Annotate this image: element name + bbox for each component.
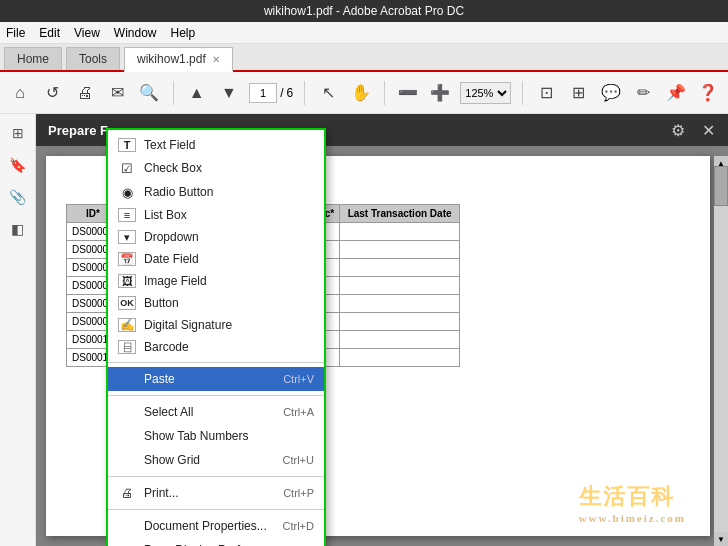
sep2: [304, 81, 305, 105]
dropdown-label: Dropdown: [144, 230, 314, 244]
tab-close-icon[interactable]: ✕: [212, 54, 220, 65]
menu-item-barcode[interactable]: ⌸ Barcode: [108, 336, 324, 358]
menu-item-print[interactable]: 🖨 Print... Ctrl+P: [108, 481, 324, 505]
zoom-in-btn[interactable]: ➕: [428, 79, 452, 107]
left-panel: ⊞ 🔖 📎 ◧: [0, 114, 36, 546]
menu-window[interactable]: Window: [114, 26, 157, 40]
prep-close-btn[interactable]: ✕: [696, 118, 720, 142]
text-field-label: Text Field: [144, 138, 314, 152]
title-bar-text: wikihow1.pdf - Adobe Acrobat Pro DC: [8, 4, 720, 18]
menu-item-page-display[interactable]: Page Display Preferences: [108, 538, 324, 546]
context-menu: T Text Field ☑ Check Box ◉ Radio Button …: [106, 128, 326, 546]
main-area: ⊞ 🔖 📎 ◧ Prepare Form ⚙ ✕ ID* ID Client I…: [0, 114, 728, 546]
doc-area: Prepare Form ⚙ ✕ ID* ID Client ID: [36, 114, 728, 546]
menu-section-print: 🖨 Print... Ctrl+P: [108, 477, 324, 510]
text-field-icon: T: [118, 138, 136, 152]
menu-edit[interactable]: Edit: [39, 26, 60, 40]
menu-item-show-tab-numbers[interactable]: Show Tab Numbers: [108, 424, 324, 448]
dropdown-icon: ▾: [118, 230, 136, 244]
show-grid-icon: [118, 452, 136, 468]
cursor-btn[interactable]: ↖: [316, 79, 340, 107]
check-box-icon: ☑: [118, 160, 136, 176]
prev-page-btn[interactable]: ▲: [185, 79, 209, 107]
scroll-down-arrow[interactable]: ▼: [714, 532, 728, 546]
attachments-btn[interactable]: 📎: [5, 184, 31, 210]
tab-tools[interactable]: Tools: [66, 47, 120, 70]
print-menu-icon: 🖨: [118, 485, 136, 501]
paste-label: Paste: [144, 372, 275, 386]
menu-item-date-field[interactable]: 📅 Date Field: [108, 248, 324, 270]
radio-button-icon: ◉: [118, 184, 136, 200]
menu-item-select-all[interactable]: Select All Ctrl+A: [108, 400, 324, 424]
layers-btn[interactable]: ◧: [5, 216, 31, 242]
button-label: Button: [144, 296, 314, 310]
tab-wikihow1[interactable]: wikihow1.pdf ✕: [124, 47, 233, 72]
pin-btn[interactable]: 📌: [663, 79, 687, 107]
menu-item-doc-properties[interactable]: Document Properties... Ctrl+D: [108, 514, 324, 538]
tab-home[interactable]: Home: [4, 47, 62, 70]
menu-section-doc: Document Properties... Ctrl+D Page Displ…: [108, 510, 324, 546]
back-btn[interactable]: ⌂: [8, 79, 32, 107]
radio-button-label: Radio Button: [144, 185, 314, 199]
menu-item-radio-button[interactable]: ◉ Radio Button: [108, 180, 324, 204]
scroll-thumb[interactable]: [714, 166, 728, 206]
bookmarks-btn[interactable]: 🔖: [5, 152, 31, 178]
comment-btn[interactable]: 💬: [599, 79, 623, 107]
menu-item-check-box[interactable]: ☑ Check Box: [108, 156, 324, 180]
doc-properties-label: Document Properties...: [144, 519, 275, 533]
email-btn[interactable]: ✉: [105, 79, 129, 107]
help-btn[interactable]: ❓: [696, 79, 720, 107]
prep-settings-btn[interactable]: ⚙: [666, 118, 690, 142]
fit-page-btn[interactable]: ⊡: [534, 79, 558, 107]
sep1: [173, 81, 174, 105]
page-separator: /: [280, 86, 283, 100]
select-all-icon: [118, 404, 136, 420]
zoom-select[interactable]: 125% 100% 75% 50%: [460, 82, 511, 104]
sep4: [522, 81, 523, 105]
menu-view[interactable]: View: [74, 26, 100, 40]
menu-help[interactable]: Help: [171, 26, 196, 40]
refresh-btn[interactable]: ↺: [40, 79, 64, 107]
menu-file[interactable]: File: [6, 26, 25, 40]
select-all-label: Select All: [144, 405, 275, 419]
show-grid-label: Show Grid: [144, 453, 275, 467]
watermark-chinese: 生活百科: [579, 482, 686, 512]
menu-item-dropdown[interactable]: ▾ Dropdown: [108, 226, 324, 248]
zoom-out-btn[interactable]: ➖: [396, 79, 420, 107]
image-field-label: Image Field: [144, 274, 314, 288]
menu-section-paste: Paste Ctrl+V: [108, 363, 324, 396]
toolbar: ⌂ ↺ 🖨 ✉ 🔍 ▲ ▼ / 6 ↖ ✋ ➖ ➕ 125% 100% 75% …: [0, 72, 728, 114]
hand-btn[interactable]: ✋: [348, 79, 372, 107]
page-nav: / 6: [249, 83, 293, 103]
date-field-icon: 📅: [118, 252, 136, 266]
pages-btn[interactable]: ⊞: [5, 120, 31, 146]
menu-item-show-grid[interactable]: Show Grid Ctrl+U: [108, 448, 324, 472]
print-shortcut: Ctrl+P: [283, 487, 314, 499]
menu-item-text-field[interactable]: T Text Field: [108, 134, 324, 156]
paste-icon: [118, 371, 136, 387]
next-page-btn[interactable]: ▼: [217, 79, 241, 107]
title-bar: wikihow1.pdf - Adobe Acrobat Pro DC: [0, 0, 728, 22]
search-btn[interactable]: 🔍: [137, 79, 161, 107]
menu-item-list-box[interactable]: ≡ List Box: [108, 204, 324, 226]
menu-item-paste[interactable]: Paste Ctrl+V: [108, 367, 324, 391]
button-icon: OK: [118, 296, 136, 310]
page-number-input[interactable]: [249, 83, 277, 103]
print-btn[interactable]: 🖨: [73, 79, 97, 107]
date-field-label: Date Field: [144, 252, 314, 266]
doc-properties-icon: [118, 518, 136, 534]
menu-item-image-field[interactable]: 🖼 Image Field: [108, 270, 324, 292]
watermark-url: www.bimeiz.com: [579, 512, 686, 524]
show-tab-numbers-label: Show Tab Numbers: [144, 429, 306, 443]
scrollbar-vertical[interactable]: ▲ ▼: [714, 156, 728, 546]
barcode-label: Barcode: [144, 340, 314, 354]
page-total: 6: [287, 86, 294, 100]
fit-width-btn[interactable]: ⊞: [566, 79, 590, 107]
menu-bar: File Edit View Window Help: [0, 22, 728, 44]
menu-item-digital-sig[interactable]: ✍ Digital Signature: [108, 314, 324, 336]
pen-btn[interactable]: ✏: [631, 79, 655, 107]
list-box-icon: ≡: [118, 208, 136, 222]
image-field-icon: 🖼: [118, 274, 136, 288]
menu-item-button[interactable]: OK Button: [108, 292, 324, 314]
show-grid-shortcut: Ctrl+U: [283, 454, 314, 466]
